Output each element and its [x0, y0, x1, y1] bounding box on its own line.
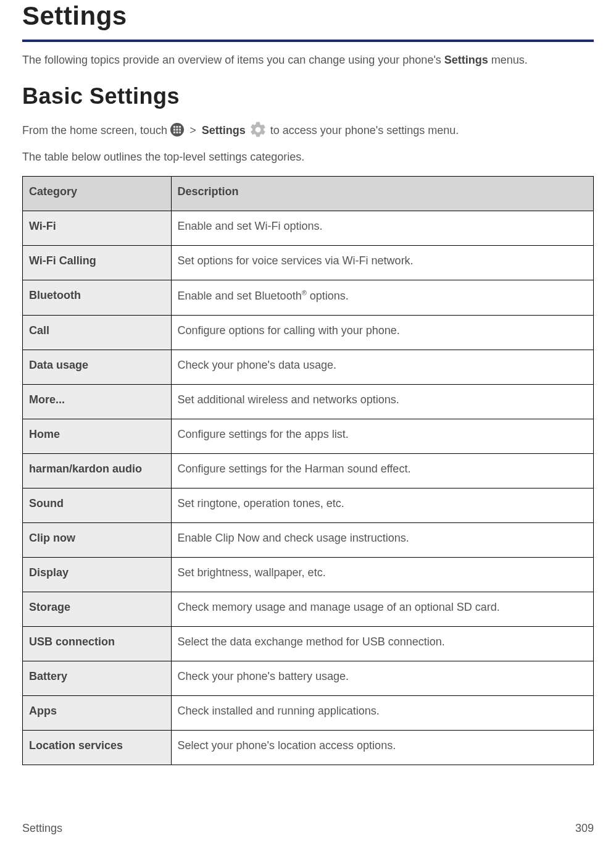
table-cell-description: Configure settings for the Harman sound … — [171, 453, 594, 488]
page-title: Settings — [22, 0, 594, 42]
table-row: BatteryCheck your phone's battery usage. — [23, 661, 594, 695]
table-cell-category: Call — [23, 315, 172, 350]
table-cell-description: Set options for voice services via Wi-Fi… — [171, 245, 594, 280]
table-cell-category: Data usage — [23, 350, 172, 384]
table-row: Location servicesSelect your phone's loc… — [23, 730, 594, 765]
table-cell-category: Wi-Fi Calling — [23, 245, 172, 280]
table-row: harman/kardon audioConfigure settings fo… — [23, 453, 594, 488]
table-row: BluetoothEnable and set Bluetooth® optio… — [23, 280, 594, 315]
basic-paragraph: From the home screen, touch > Settings t… — [22, 120, 594, 139]
table-row: Wi-Fi CallingSet options for voice servi… — [23, 245, 594, 280]
footer-page-number: 309 — [575, 822, 594, 835]
table-cell-description: Check memory usage and manage usage of a… — [171, 592, 594, 626]
intro-text-post: menus. — [488, 54, 528, 66]
table-cell-category: Home — [23, 419, 172, 453]
footer-section: Settings — [22, 822, 62, 835]
page-footer: Settings 309 — [22, 822, 594, 835]
intro-paragraph: The following topics provide an overview… — [22, 53, 594, 67]
table-row: AppsCheck installed and running applicat… — [23, 695, 594, 730]
basic-text-post: to access your phone's settings menu. — [270, 124, 459, 136]
table-cell-category: More... — [23, 384, 172, 419]
settings-categories-table: Category Description Wi-FiEnable and set… — [22, 176, 594, 765]
intro-text-pre: The following topics provide an overview… — [22, 54, 444, 66]
table-cell-description: Check your phone's data usage. — [171, 350, 594, 384]
table-row: Wi-FiEnable and set Wi-Fi options. — [23, 211, 594, 245]
table-cell-description: Select your phone's location access opti… — [171, 730, 594, 765]
table-cell-description: Check installed and running applications… — [171, 695, 594, 730]
table-cell-description: Enable Clip Now and check usage instruct… — [171, 522, 594, 557]
table-cell-description: Select the data exchange method for USB … — [171, 626, 594, 661]
table-cell-category: Location services — [23, 730, 172, 765]
basic-text-pre: From the home screen, touch — [22, 124, 170, 136]
table-cell-description: Set brightness, wallpaper, etc. — [171, 557, 594, 592]
table-cell-category: Bluetooth — [23, 280, 172, 315]
table-cell-category: Sound — [23, 488, 172, 522]
table-cell-category: Battery — [23, 661, 172, 695]
table-lead-paragraph: The table below outlines the top-level s… — [22, 150, 594, 164]
table-cell-category: harman/kardon audio — [23, 453, 172, 488]
table-cell-description: Enable and set Wi-Fi options. — [171, 211, 594, 245]
table-row: SoundSet ringtone, operation tones, etc. — [23, 488, 594, 522]
table-cell-category: USB connection — [23, 626, 172, 661]
table-row: Data usageCheck your phone's data usage. — [23, 350, 594, 384]
table-cell-description: Set additional wireless and networks opt… — [171, 384, 594, 419]
intro-text-bold: Settings — [444, 54, 488, 66]
table-cell-description: Configure options for calling with your … — [171, 315, 594, 350]
table-row: StorageCheck memory usage and manage usa… — [23, 592, 594, 626]
table-row: USB connectionSelect the data exchange m… — [23, 626, 594, 661]
table-cell-category: Apps — [23, 695, 172, 730]
breadcrumb-separator: > — [187, 124, 199, 138]
table-cell-category: Display — [23, 557, 172, 592]
settings-label: Settings — [202, 124, 246, 136]
table-cell-category: Clip now — [23, 522, 172, 557]
table-row: Clip nowEnable Clip Now and check usage … — [23, 522, 594, 557]
table-header-row: Category Description — [23, 176, 594, 211]
apps-grid-icon — [170, 123, 184, 136]
table-cell-description: Set ringtone, operation tones, etc. — [171, 488, 594, 522]
table-header-category: Category — [23, 176, 172, 211]
table-row: DisplaySet brightness, wallpaper, etc. — [23, 557, 594, 592]
table-row: More...Set additional wireless and netwo… — [23, 384, 594, 419]
table-cell-category: Wi-Fi — [23, 211, 172, 245]
section-title: Basic Settings — [22, 83, 594, 109]
table-row: CallConfigure options for calling with y… — [23, 315, 594, 350]
table-cell-description: Enable and set Bluetooth® options. — [171, 280, 594, 315]
table-header-description: Description — [171, 176, 594, 211]
gear-icon — [249, 120, 267, 139]
table-cell-description: Configure settings for the apps list. — [171, 419, 594, 453]
table-row: HomeConfigure settings for the apps list… — [23, 419, 594, 453]
table-cell-description: Check your phone's battery usage. — [171, 661, 594, 695]
table-cell-category: Storage — [23, 592, 172, 626]
